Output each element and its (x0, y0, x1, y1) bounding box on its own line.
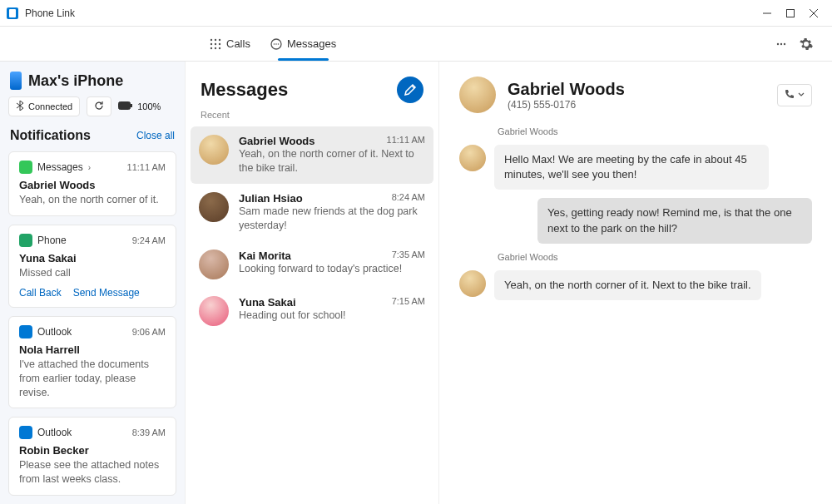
conversation-time: 7:15 AM (392, 296, 425, 309)
connection-chip[interactable]: Connected (8, 96, 80, 116)
svg-point-16 (275, 43, 277, 45)
notification-time: 11:11 AM (127, 162, 166, 172)
app-badge-icon (19, 325, 32, 338)
refresh-icon (94, 101, 104, 112)
conversation-time: 11:11 AM (387, 135, 425, 147)
conversation-time: 7:35 AM (392, 250, 425, 262)
contact-header: Gabriel Woods (415) 555-0176 (459, 77, 812, 113)
call-button[interactable] (777, 84, 812, 106)
notification-title: Robin Becker (19, 444, 166, 457)
connection-status: Connected (28, 101, 72, 111)
notification-time: 9:24 AM (132, 235, 166, 245)
svg-rect-22 (131, 104, 132, 107)
conversation-item[interactable]: Kai Morita7:35 AMLooking forward to toda… (186, 241, 438, 288)
chat-icon (270, 38, 282, 50)
svg-rect-0 (9, 9, 16, 17)
contact-name: Gabriel Woods (508, 80, 625, 99)
svg-rect-2 (787, 9, 795, 17)
avatar (199, 296, 229, 326)
notification-card[interactable]: Outlook8:39 AMRobin BeckerPlease see the… (8, 417, 176, 496)
message-bubble: Yes, getting ready now! Remind me, is th… (537, 198, 812, 243)
message-row: Yeah, on the north corner of it. Next to… (459, 270, 812, 300)
sidebar: Max's iPhone Connected 100% Notification… (0, 62, 185, 504)
sender-label: Gabriel Woods (498, 126, 812, 136)
phone-icon (785, 89, 795, 101)
notification-time: 8:39 AM (132, 427, 166, 437)
battery-chip: 100% (118, 98, 161, 115)
svg-point-8 (210, 42, 212, 44)
notification-action[interactable]: Call Back (19, 287, 62, 299)
svg-point-20 (784, 42, 785, 44)
topbar: Calls Messages (0, 27, 832, 62)
message-avatar (459, 145, 486, 171)
conversation-item[interactable]: Gabriel Woods11:11 AMYeah, on the north … (191, 126, 433, 184)
svg-point-12 (215, 47, 216, 48)
svg-point-11 (210, 47, 212, 48)
battery-icon (118, 101, 133, 111)
conversation-preview: Sam made new friends at the dog park yes… (239, 205, 425, 233)
notification-body: I've attached the documents from earlier… (19, 358, 166, 400)
avatar (199, 192, 229, 222)
chat-messages: Gabriel WoodsHello Max! We are meeting b… (459, 126, 812, 300)
notification-time: 9:06 AM (132, 327, 166, 337)
phone-icon (10, 72, 22, 90)
bluetooth-icon (16, 101, 24, 112)
svg-point-10 (219, 42, 220, 44)
dialpad-icon (210, 38, 221, 50)
compose-button[interactable] (397, 77, 423, 103)
contact-number: (415) 555-0176 (508, 99, 625, 111)
tab-messages[interactable]: Messages (260, 27, 346, 61)
notification-title: Gabriel Woods (19, 179, 166, 191)
titlebar: Phone Link (0, 0, 832, 27)
section-label: Recent (186, 106, 438, 126)
notification-body: Missed call (19, 266, 166, 280)
app-badge-icon (19, 161, 32, 174)
notification-title: Nola Harrell (19, 343, 166, 356)
svg-point-18 (777, 42, 779, 44)
svg-point-5 (210, 38, 212, 40)
message-row: Yes, getting ready now! Remind me, is th… (459, 198, 812, 243)
tab-calls[interactable]: Calls (200, 27, 260, 61)
conversation-pane: Messages Recent Gabriel Woods11:11 AMYea… (185, 62, 439, 504)
notification-card[interactable]: Phone9:24 AMYuna SakaiMissed callCall Ba… (8, 225, 176, 308)
notification-card[interactable]: Outlook9:06 AMNola HarrellI've attached … (8, 316, 176, 409)
chat-pane: Gabriel Woods (415) 555-0176 Gabriel Woo… (439, 62, 832, 504)
svg-point-7 (219, 38, 220, 40)
app-icon (7, 7, 18, 19)
conversation-time: 8:24 AM (392, 192, 425, 205)
close-all-link[interactable]: Close all (136, 130, 175, 141)
notification-body: Please see the attached notes from last … (19, 458, 166, 487)
maximize-button[interactable] (779, 2, 802, 25)
tab-label: Messages (287, 37, 336, 50)
notification-app: Messages (37, 161, 83, 173)
svg-point-17 (278, 43, 280, 45)
battery-level: 100% (137, 101, 161, 111)
app-badge-icon (19, 234, 32, 247)
refresh-button[interactable] (87, 96, 111, 116)
conversation-item[interactable]: Julian Hsiao8:24 AMSam made new friends … (186, 184, 438, 241)
notification-list: Messages›11:11 AMGabriel WoodsYeah, on t… (8, 151, 176, 504)
sender-label: Gabriel Woods (498, 252, 812, 262)
avatar (199, 135, 229, 165)
notification-action[interactable]: Send Message (73, 287, 140, 299)
status-row: Connected 100% (8, 96, 176, 116)
conversation-item[interactable]: Yuna Sakai7:15 AMHeading out for school! (186, 288, 438, 334)
notification-card[interactable]: Messages›11:11 AMGabriel WoodsYeah, on t… (8, 151, 176, 216)
close-button[interactable] (802, 2, 825, 25)
notification-body: Yeah, on the north corner of it. (19, 193, 166, 207)
minimize-button[interactable] (755, 2, 779, 25)
contact-avatar (459, 77, 496, 113)
messages-heading: Messages (201, 79, 288, 101)
settings-button[interactable] (794, 32, 819, 57)
device-row[interactable]: Max's iPhone (10, 72, 176, 90)
notification-title: Yuna Sakai (19, 252, 166, 264)
tab-label: Calls (226, 37, 250, 50)
app-badge-icon (19, 426, 32, 439)
more-button[interactable] (769, 32, 794, 57)
notification-app: Outlook (37, 326, 72, 338)
conversation-preview: Looking forward to today's practice! (239, 262, 425, 276)
svg-point-15 (274, 43, 275, 45)
svg-point-13 (219, 47, 220, 48)
avatar (199, 250, 229, 279)
notification-app: Outlook (37, 427, 72, 438)
